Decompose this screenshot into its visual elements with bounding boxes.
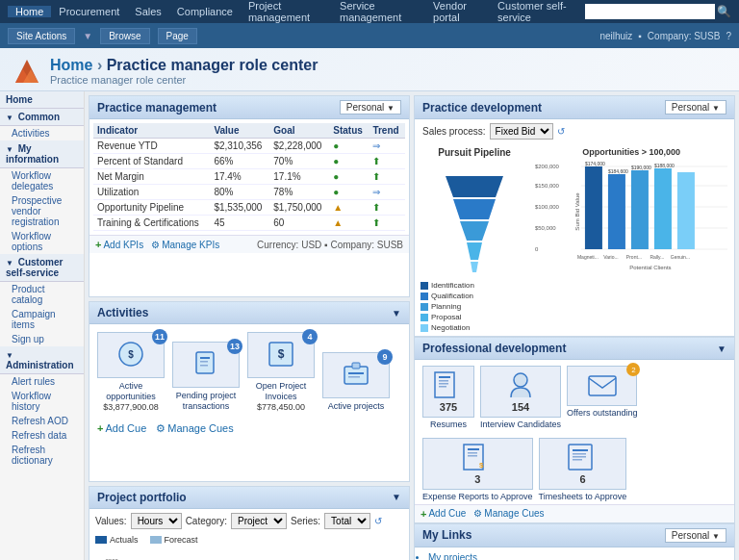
sidebar-item-sign-up[interactable]: Sign up [0, 332, 84, 346]
svg-rect-37 [439, 383, 448, 385]
home-breadcrumb-link[interactable]: Home [50, 57, 92, 73]
kpi-table: Indicator Value Goal Status Trend Revenu… [93, 123, 405, 231]
kpi-goal: 70% [269, 154, 329, 169]
values-select[interactable]: Hours [131, 513, 182, 529]
nav-sales[interactable]: Sales [127, 6, 169, 17]
projects-icon [341, 359, 371, 390]
sidebar-section-customer-self-service[interactable]: ▼ Customer self-service [0, 254, 84, 282]
app-logo [12, 56, 42, 87]
help-icon[interactable]: ? [726, 31, 731, 41]
active-projects-box[interactable]: 9 [322, 352, 390, 398]
open-invoices-box[interactable]: 4 $ [247, 332, 315, 378]
nav-project-management[interactable]: Project management [241, 0, 332, 23]
links-personal-button[interactable]: Personal ▼ [665, 528, 726, 543]
prof-add-cue-link[interactable]: + Add Cue [420, 508, 466, 520]
opportunities-chart: Opportunities > 100,000 $200,000 $150,00… [534, 147, 728, 332]
timesheet-icon-box[interactable]: 6 [539, 438, 627, 490]
portfolio-expand-icon[interactable]: ▼ [392, 492, 401, 502]
svg-marker-5 [460, 221, 489, 241]
nav-compliance[interactable]: Compliance [169, 6, 241, 17]
breadcrumb-sep: ▪ [638, 31, 642, 41]
link-my-projects[interactable]: My projects [428, 551, 721, 560]
svg-rect-40 [589, 376, 616, 395]
svg-marker-4 [453, 199, 496, 219]
manage-kpis-link[interactable]: ⚙ Manage KPIs [151, 240, 219, 250]
svg-rect-55 [200, 361, 208, 363]
open-invoices-label: Open Project Invoices [247, 381, 315, 402]
funnel-legend-identification: Identification [420, 281, 528, 290]
offers-icon-box[interactable]: 2 [567, 366, 637, 406]
top-search-input[interactable] [585, 4, 715, 19]
sidebar-item-refresh-aod[interactable]: Refresh AOD [0, 414, 84, 428]
expense-icon-box[interactable]: $ 3 [422, 438, 533, 490]
breadcrumb-divider: › [97, 57, 107, 73]
company-label: Company: SUSB [648, 31, 721, 41]
nav-vendor-portal[interactable]: Vendor portal [425, 0, 490, 23]
sidebar-item-workflow-options[interactable]: Workflow options [0, 229, 84, 254]
svg-marker-3 [446, 176, 503, 197]
browse-button[interactable]: Browse [100, 28, 149, 44]
pm-personal-button[interactable]: Personal ▼ [340, 100, 401, 115]
sidebar-item-product-catalog[interactable]: Product catalog [0, 282, 84, 307]
add-kpis-link[interactable]: + Add KPIs [95, 239, 143, 250]
activities-expand-icon[interactable]: ▼ [392, 308, 401, 318]
sidebar-section-common[interactable]: ▼ Common [0, 109, 84, 126]
svg-text:Pront...: Pront... [626, 254, 642, 260]
pending-transactions-box[interactable]: 13 [172, 342, 240, 388]
svg-text:$: $ [128, 349, 134, 360]
svg-text:$200,000: $200,000 [535, 164, 560, 169]
sidebar-item-workflow-history[interactable]: Workflow history [0, 389, 84, 414]
sidebar-section-administration[interactable]: ▼ Administration [0, 346, 84, 374]
prof-manage-cues-link[interactable]: ⚙ Manage Cues [473, 508, 544, 519]
series-select[interactable]: Total [324, 513, 370, 529]
nav-customer-self-service[interactable]: Customer self-service [490, 0, 585, 23]
kpi-goal: 78% [269, 185, 329, 200]
svg-rect-36 [439, 380, 448, 382]
active-opportunities-box[interactable]: 11 $ [97, 332, 165, 378]
refresh-icon[interactable]: ↺ [557, 126, 565, 137]
svg-rect-44 [468, 455, 477, 457]
svg-text:$100,000: $100,000 [535, 204, 560, 210]
sidebar-item-workflow-delegates[interactable]: Workflow delegates [0, 168, 84, 193]
sales-process-row: Sales process: Fixed Bid ↺ [415, 119, 734, 143]
svg-rect-22 [677, 172, 695, 249]
funnel-legend-negotiation: Negotiation [420, 323, 528, 332]
svg-rect-50 [573, 459, 582, 461]
legend-actuals: Actuals [95, 535, 139, 545]
sidebar-item-activities[interactable]: Activities [0, 126, 84, 140]
pd-expand-icon[interactable]: ▼ [717, 344, 726, 354]
transactions-icon [191, 348, 221, 379]
pd-personal-button[interactable]: Personal ▼ [665, 100, 726, 115]
sidebar-item-alert-rules[interactable]: Alert rules [0, 374, 84, 389]
activity-active-projects: 9 Active projects [322, 352, 390, 412]
sidebar-item-prospective-vendor[interactable]: Prospective vendor registration [0, 193, 84, 229]
kpi-row: Training & Certifications 45 60 ▲ ⬆ [93, 216, 405, 231]
nav-procurement[interactable]: Procurement [51, 6, 127, 17]
svg-text:$150,000: $150,000 [535, 183, 560, 189]
site-actions-button[interactable]: Site Actions [8, 28, 75, 44]
add-cue-link[interactable]: + Add Cue [97, 422, 146, 435]
nav-home[interactable]: Home [8, 6, 51, 17]
sidebar-section-home[interactable]: Home [0, 91, 84, 109]
nav-service-management[interactable]: Service management [332, 0, 425, 23]
interview-icon-box[interactable]: 154 [480, 366, 561, 418]
sales-process-select[interactable]: Fixed Bid [490, 123, 553, 140]
sidebar-item-refresh-data[interactable]: Refresh data [0, 428, 84, 443]
svg-rect-59 [344, 367, 368, 384]
professional-development-footer: + Add Cue ⚙ Manage Cues [415, 504, 734, 522]
breadcrumb-bar: Site Actions ▼ Browse Page neilhuiz ▪ Co… [0, 23, 739, 48]
svg-text:Potential Clients: Potential Clients [629, 265, 671, 270]
resumes-icon-box[interactable]: 375 [422, 366, 474, 418]
funnel-legend-proposal: Proposal [420, 313, 528, 321]
chart-refresh-icon[interactable]: ↺ [374, 516, 382, 526]
kpi-indicator: Opportunity Pipeline [93, 200, 210, 216]
manage-cues-link[interactable]: ⚙ Manage Cues [156, 422, 234, 435]
practice-management-header-right: Personal ▼ [340, 100, 401, 115]
sidebar-section-my-info[interactable]: ▼ My information [0, 140, 84, 168]
svg-text:$: $ [278, 347, 285, 361]
sidebar-item-campaign-items[interactable]: Campaign items [0, 307, 84, 332]
page-button[interactable]: Page [158, 28, 197, 44]
category-select[interactable]: Project [231, 513, 287, 529]
sidebar-item-refresh-dictionary[interactable]: Refresh dictionary [0, 443, 84, 468]
search-icon[interactable]: 🔍 [717, 5, 731, 18]
